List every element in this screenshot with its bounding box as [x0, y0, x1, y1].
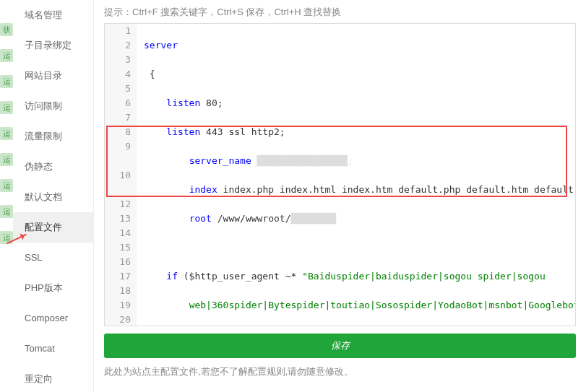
sidebar-item-12[interactable]: 重定向 [13, 364, 93, 392]
status-badge-7: 运 [0, 205, 13, 218]
status-badge-2: 运 [0, 75, 13, 88]
sidebar-item-1[interactable]: 子目录绑定 [13, 30, 93, 61]
code-editor[interactable]: 1234567891012131415161718192021 server {… [104, 23, 576, 326]
status-badge-6: 运 [0, 179, 13, 192]
status-badge-5: 运 [0, 153, 13, 166]
save-button[interactable]: 保存 [104, 334, 576, 358]
hint-text: 提示：Ctrl+F 搜索关键字，Ctrl+S 保存，Ctrl+H 查找替换 [104, 6, 576, 19]
status-badge-4: 运 [0, 127, 13, 140]
sidebar-item-3[interactable]: 访问限制 [13, 91, 93, 121]
status-badges: 状运运运运运运运运 [0, 0, 13, 392]
sidebar: 域名管理子目录绑定网站目录访问限制流量限制伪静态默认文档配置文件SSLPHP版本… [13, 0, 94, 392]
footer-note: 此处为站点主配置文件,若您不了解配置规则,请勿随意修改。 [104, 365, 576, 378]
status-badge-0: 状 [0, 23, 13, 36]
highlight-box [106, 126, 567, 197]
sidebar-item-8[interactable]: SSL [13, 243, 93, 273]
sidebar-item-5[interactable]: 伪静态 [13, 152, 93, 182]
status-badge-1: 运 [0, 49, 13, 62]
main-panel: 提示：Ctrl+F 搜索关键字，Ctrl+S 保存，Ctrl+H 查找替换 12… [94, 0, 586, 392]
sidebar-item-0[interactable]: 域名管理 [13, 0, 93, 30]
sidebar-item-11[interactable]: Tomcat [13, 334, 93, 364]
status-badge-3: 运 [0, 101, 13, 114]
sidebar-item-2[interactable]: 网站目录 [13, 61, 93, 91]
sidebar-item-10[interactable]: Composer [13, 303, 93, 334]
sidebar-item-9[interactable]: PHP版本 [13, 273, 93, 303]
sidebar-item-4[interactable]: 流量限制 [13, 121, 93, 152]
sidebar-item-6[interactable]: 默认文档 [13, 182, 93, 212]
